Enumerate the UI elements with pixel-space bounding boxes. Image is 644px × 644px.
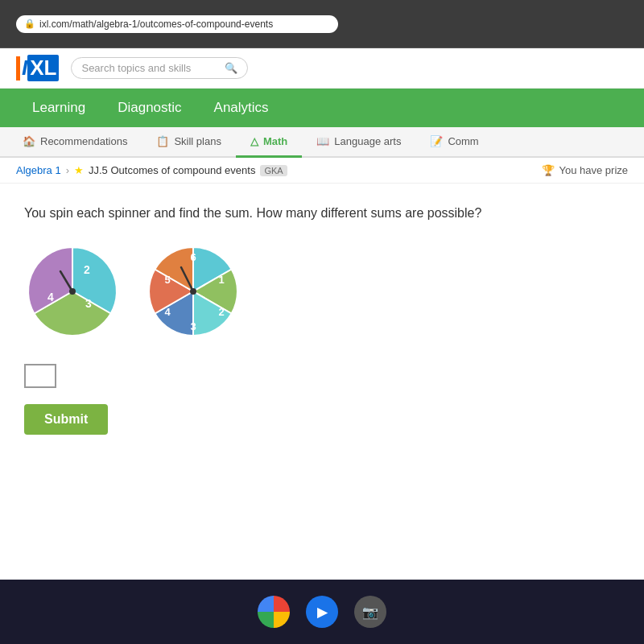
svg-text:6: 6 [190, 251, 196, 263]
browser-content: I XL Search topics and skills 🔍 Learning… [0, 48, 644, 580]
recommendations-icon: 🏠 [23, 135, 35, 147]
svg-text:1: 1 [218, 274, 224, 286]
breadcrumb-parent[interactable]: Algebra 1 [16, 164, 61, 176]
skill-plans-icon: 📋 [156, 135, 169, 147]
tabs-bar: 🏠 Recommendations 📋 Skill plans △ Math 📖… [0, 127, 644, 158]
prize-text: You have prize [559, 164, 628, 176]
svg-point-4 [69, 288, 76, 295]
submit-button[interactable]: Submit [24, 404, 108, 435]
tab-comm[interactable]: 📝 Comm [415, 127, 493, 158]
logo-bar [16, 56, 20, 80]
nav-item-diagnostic[interactable]: Diagnostic [101, 90, 197, 126]
address-text: ixl.com/math/algebra-1/outcomes-of-compo… [39, 19, 273, 30]
tab-language-arts[interactable]: 📖 Language arts [302, 127, 415, 158]
svg-text:2: 2 [218, 306, 224, 318]
question-text: You spin each spinner and find the sum. … [24, 204, 620, 223]
nav-item-learning[interactable]: Learning [16, 90, 101, 126]
camera-icon[interactable]: 📷 [354, 596, 386, 628]
spinner1: 2 3 4 [24, 243, 121, 340]
address-bar[interactable]: 🔒 ixl.com/math/algebra-1/outcomes-of-com… [16, 15, 338, 33]
svg-point-12 [190, 288, 196, 295]
tab-recommendations[interactable]: 🏠 Recommendations [8, 127, 142, 158]
svg-text:3: 3 [190, 320, 196, 332]
spinner2-svg: 6 1 2 3 4 5 [145, 243, 242, 340]
chrome-icon[interactable] [258, 596, 290, 628]
breadcrumb-star-icon: ★ [74, 164, 84, 176]
svg-text:2: 2 [84, 263, 90, 276]
taskbar: ▶ 📷 [0, 580, 644, 644]
breadcrumb-current: JJ.5 Outcomes of compound events [89, 164, 255, 176]
svg-text:5: 5 [164, 274, 170, 286]
logo-i: I [22, 56, 27, 80]
svg-text:3: 3 [85, 297, 92, 310]
ixl-header: I XL Search topics and skills 🔍 [0, 48, 644, 89]
svg-text:4: 4 [164, 306, 171, 318]
comm-icon: 📝 [430, 135, 443, 147]
lock-icon: 🔒 [24, 19, 35, 29]
tab-skill-plans[interactable]: 📋 Skill plans [142, 127, 236, 158]
meet-icon[interactable]: ▶ [306, 596, 338, 628]
breadcrumb-sep: › [66, 164, 69, 176]
math-icon: △ [250, 135, 258, 147]
prize-area: 🏆 You have prize [542, 164, 628, 176]
tab-math[interactable]: △ Math [236, 127, 302, 158]
svg-text:4: 4 [47, 291, 54, 303]
camera-label: 📷 [362, 605, 378, 620]
ixl-logo[interactable]: I XL [16, 55, 59, 81]
trophy-icon: 🏆 [542, 164, 555, 176]
search-placeholder-text: Search topics and skills [81, 62, 191, 74]
spinners-container: 2 3 4 [24, 243, 620, 340]
gka-badge: GKA [260, 165, 287, 176]
search-icon[interactable]: 🔍 [225, 62, 237, 74]
nav-bar: Learning Diagnostic Analytics [0, 89, 644, 127]
breadcrumb-bar: Algebra 1 › ★ JJ.5 Outcomes of compound … [0, 158, 644, 184]
main-content: You spin each spinner and find the sum. … [0, 184, 644, 455]
logo-xl: XL [27, 55, 59, 81]
nav-item-analytics[interactable]: Analytics [198, 90, 285, 126]
language-arts-icon: 📖 [316, 135, 329, 147]
spinner2: 6 1 2 3 4 5 [145, 243, 242, 340]
spinner1-svg: 2 3 4 [24, 243, 121, 340]
answer-input[interactable] [24, 364, 56, 388]
search-bar[interactable]: Search topics and skills 🔍 [71, 57, 248, 79]
meet-label: ▶ [317, 605, 327, 620]
browser-chrome: 🔒 ixl.com/math/algebra-1/outcomes-of-com… [0, 0, 644, 48]
